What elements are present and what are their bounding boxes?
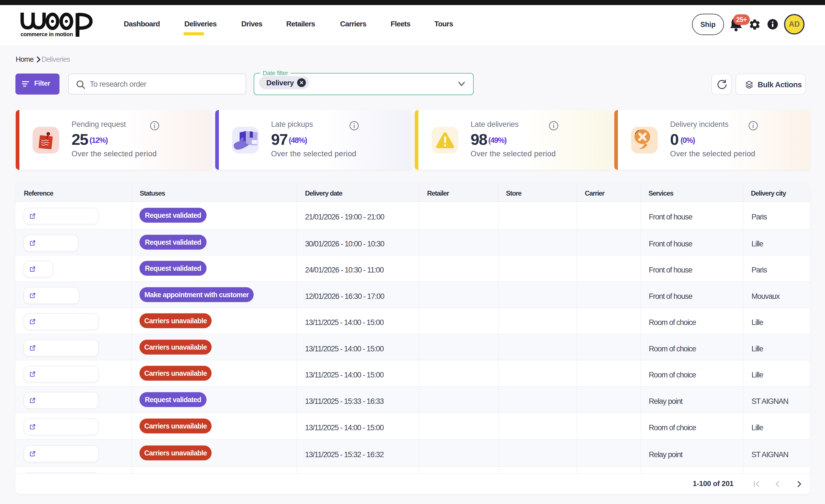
svg-text:commerce in motion: commerce in motion bbox=[20, 31, 73, 37]
